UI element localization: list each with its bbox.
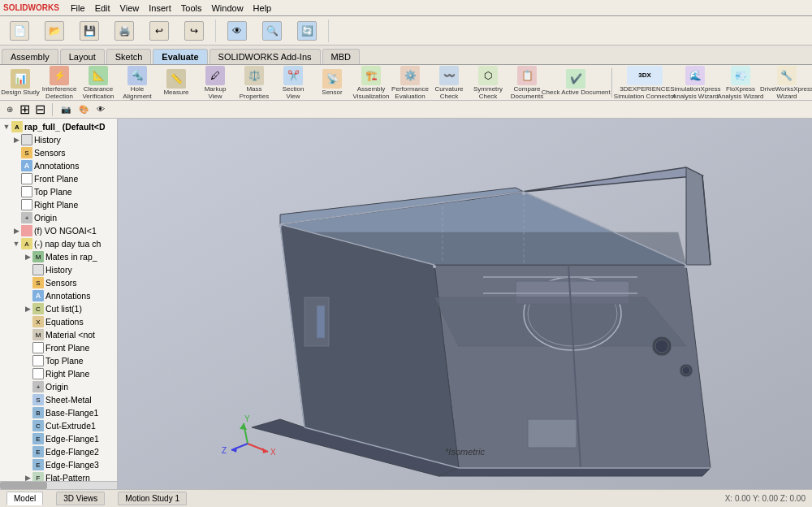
btn-performance[interactable]: ⚙️ PerformanceEvaluation [393, 65, 427, 101]
tree-root[interactable]: ▼ A rap_full_ (Default<D [0, 120, 117, 133]
toolbar-open-btn[interactable]: 📂 [38, 20, 71, 42]
root-expand[interactable]: ▼ [2, 123, 11, 131]
svg-text:Y: Y [244, 414, 250, 423]
tree-right-plane-2[interactable]: Right Plane [0, 367, 117, 380]
btn-simxpress[interactable]: 🌊 SimulationXpressAnalysis Wizard [675, 65, 716, 101]
tb4-zoom-fit[interactable]: ⊞ [18, 102, 32, 117]
tree-annotations-2[interactable]: A Annotations [0, 289, 117, 302]
btn-3dexperience[interactable]: 3DX 3DEXPERIENCESimulation Connector [620, 65, 670, 101]
sensors2-label: Sensors [45, 278, 77, 288]
nap1-expand[interactable]: ▼ [11, 240, 21, 248]
tree-top-plane-1[interactable]: Top Plane [0, 185, 117, 198]
tree-equations[interactable]: X Equations [0, 315, 117, 328]
menu-file[interactable]: File [66, 0, 90, 16]
tree-sensors-1[interactable]: S Sensors [0, 146, 117, 159]
tab-sketch[interactable]: Sketch [106, 49, 152, 64]
tree-vo-ngoai[interactable]: ▶ (f) VO NGOAI<1 [0, 224, 117, 237]
tree-edge-flange1[interactable]: E Edge-Flange1 [0, 432, 117, 445]
btn-symmetry[interactable]: ⬡ SymmetryCheck [471, 65, 505, 101]
menu-insert[interactable]: Insert [144, 0, 176, 16]
svg-rect-12 [516, 281, 629, 297]
nap1-label: (-) nap day tua ch [34, 239, 101, 249]
status-tab-model[interactable]: Model [6, 492, 43, 505]
toolbar-print-btn[interactable]: 🖨️ [108, 20, 140, 42]
tb4-divider [52, 103, 53, 116]
tab-addins[interactable]: SOLIDWORKS Add-Ins [209, 49, 321, 64]
sm-icon: S [32, 394, 44, 405]
tree-nap-day[interactable]: ▼ A (-) nap day tua ch [0, 237, 117, 250]
svg-rect-25 [528, 419, 577, 448]
right1-label: Right Plane [34, 200, 78, 210]
cutlist-expand[interactable]: ▶ [23, 305, 32, 313]
sm-label: Sheet-Metal [45, 395, 92, 405]
btn-measure[interactable]: 📏 Measure [159, 67, 193, 98]
tree-history-2[interactable]: History [0, 263, 117, 276]
tree-base-flange[interactable]: B Base-Flange1 [0, 406, 117, 419]
tab-evaluate[interactable]: Evaluate [153, 49, 207, 64]
sensors1-label: Sensors [34, 148, 66, 158]
btn-check-active[interactable]: ✔️ Check Active Document [549, 67, 603, 98]
btn-clearance[interactable]: 📐 ClearanceVerification [81, 65, 115, 101]
tree-mates[interactable]: ▶ M Mates in rap_ [0, 250, 117, 263]
tree-flat-pattern[interactable]: ▶ F Flat-Pattern [0, 471, 117, 481]
btn-mass[interactable]: ⚖️ MassProperties [237, 65, 271, 101]
tree-top-plane-2[interactable]: Top Plane [0, 354, 117, 367]
menu-window[interactable]: Window [206, 0, 248, 16]
menu-tools[interactable]: Tools [176, 0, 207, 16]
tab-assembly[interactable]: Assembly [2, 49, 58, 64]
tree-cut-extrude[interactable]: C Cut-Extrude1 [0, 419, 117, 432]
toolbar-view-btn[interactable]: 👁 [221, 20, 253, 42]
scroll-thumb[interactable] [0, 482, 47, 489]
tree-material[interactable]: M Material <not [0, 328, 117, 341]
tree-scroll-bar[interactable] [0, 481, 117, 489]
menu-help[interactable]: Help [248, 0, 277, 16]
vo1-expand[interactable]: ▶ [11, 227, 21, 235]
btn-floxpress[interactable]: 💨 FloXpressAnalysis Wizard [721, 65, 760, 101]
status-tab-motion[interactable]: Motion Study 1 [118, 492, 187, 505]
tb4-hide-show[interactable]: 👁 [93, 105, 108, 114]
btn-design-study[interactable]: 📊 Design Study [3, 67, 37, 98]
tb4-display-mode[interactable]: 🎨 [76, 105, 92, 114]
btn-markup[interactable]: 🖊 MarkupView [198, 65, 232, 101]
toolbar-undo-btn[interactable]: ↩ [143, 20, 175, 42]
viewport-3d[interactable]: X Y Z *Isom [118, 119, 812, 489]
fp-label: Flat-Pattern [45, 473, 90, 481]
tb4-zoom-area[interactable]: ⊟ [33, 102, 47, 117]
tab-mbd[interactable]: MBD [322, 49, 360, 64]
tree-edge-flange3[interactable]: E Edge-Flange3 [0, 458, 117, 471]
tree-cutlist[interactable]: ▶ C Cut list(1) [0, 302, 117, 315]
btn-sensor[interactable]: 📡 Sensor [315, 67, 349, 98]
toolbar-redo-btn[interactable]: ↪ [178, 20, 210, 42]
history1-expand[interactable]: ▶ [11, 136, 21, 144]
tree-front-plane-1[interactable]: Front Plane [0, 172, 117, 185]
tree-front-plane-2[interactable]: Front Plane [0, 341, 117, 354]
menu-view[interactable]: View [115, 0, 145, 16]
btn-interference[interactable]: ⚡ InterferenceDetection [42, 65, 76, 101]
btn-assembly-viz[interactable]: 🏗️ AssemblyVisualization [354, 65, 388, 101]
tb4-view-orient[interactable]: 📷 [58, 105, 74, 114]
tree-origin-2[interactable]: + Origin [0, 380, 117, 393]
toolbar-save-btn[interactable]: 💾 [73, 20, 106, 42]
tree-annotations-1[interactable]: A Annotations [0, 159, 117, 172]
menu-edit[interactable]: Edit [90, 0, 115, 16]
toolbar-new-btn[interactable]: 📄 [3, 20, 36, 42]
btn-curvature[interactable]: 〰️ CurvatureCheck [432, 65, 466, 101]
tree-sensors-2[interactable]: S Sensors [0, 276, 117, 289]
mates-expand[interactable]: ▶ [23, 253, 32, 261]
status-tab-3dviews[interactable]: 3D Views [56, 492, 105, 505]
btn-driveworks[interactable]: 🔧 DriveWorksXpressWizard [765, 65, 809, 101]
toolbar-zoom-btn[interactable]: 🔍 [256, 20, 288, 42]
btn-hole-alignment[interactable]: 🔩 HoleAlignment [120, 65, 154, 101]
tab-layout[interactable]: Layout [60, 49, 105, 64]
tree-origin-1[interactable]: + Origin [0, 211, 117, 224]
btn-compare[interactable]: 📋 CompareDocuments [510, 65, 544, 101]
tree-sheetmetal[interactable]: S Sheet-Metal [0, 393, 117, 406]
toolbar-rotate-btn[interactable]: 🔄 [291, 20, 323, 42]
tree-edge-flange2[interactable]: E Edge-Flange2 [0, 445, 117, 458]
tree-history-1[interactable]: ▶ History [0, 133, 117, 146]
svg-text:X: X [270, 448, 276, 457]
tree-right-plane-1[interactable]: Right Plane [0, 198, 117, 211]
ef1-icon: E [32, 433, 44, 444]
btn-section-view[interactable]: ✂️ SectionView [276, 65, 310, 101]
fp-expand[interactable]: ▶ [23, 474, 32, 481]
